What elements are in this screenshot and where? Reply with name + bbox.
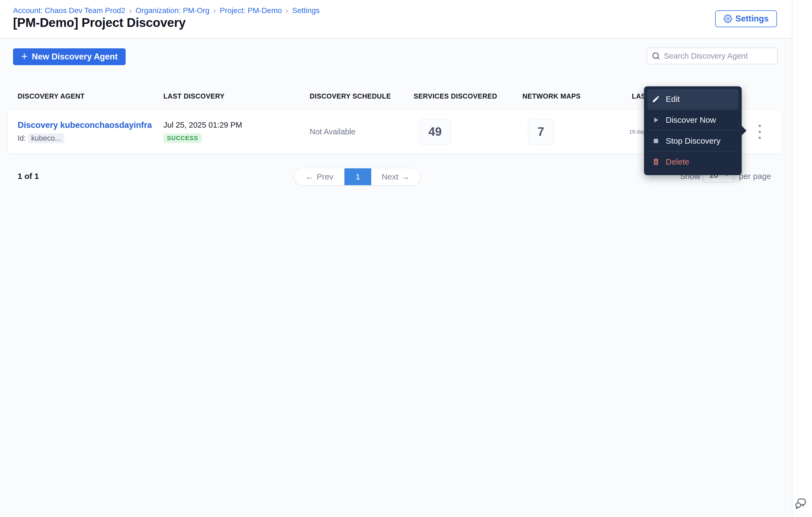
pagination-prev-label: Prev xyxy=(317,172,334,181)
arrow-left-icon: ← xyxy=(305,172,314,181)
menu-item-stop-discovery-label: Stop Discovery xyxy=(666,136,721,145)
breadcrumb-settings[interactable]: Settings xyxy=(292,6,320,15)
search-icon xyxy=(652,52,660,60)
agent-cell: Discovery kubeconchaosdayinfra Id: kubec… xyxy=(18,120,163,143)
pagination: ← Prev 1 Next → xyxy=(294,168,420,185)
last-discovery-date: Jul 25, 2025 01:29 PM xyxy=(163,120,242,130)
breadcrumb-separator-icon: › xyxy=(125,6,136,15)
breadcrumb-separator-icon: › xyxy=(282,6,292,15)
per-page-label: per page xyxy=(739,172,771,181)
new-discovery-agent-label: New Discovery Agent xyxy=(32,52,117,62)
agent-name-link[interactable]: Discovery kubeconchaosdayinfra xyxy=(18,120,152,130)
column-header-last-discovery: LAST DISCOVERY xyxy=(163,92,310,100)
pagination-summary: 1 of 1 xyxy=(18,172,39,181)
breadcrumb-account[interactable]: Account: Chaos Dev Team Prod2 xyxy=(13,6,125,15)
services-discovered-count: 49 xyxy=(419,119,451,145)
trash-icon xyxy=(651,158,660,166)
right-strip xyxy=(792,0,812,517)
network-maps-count: 7 xyxy=(528,119,554,145)
column-header-services-discovered: SERVICES DISCOVERED xyxy=(414,92,522,100)
menu-item-discover-now[interactable]: Discover Now xyxy=(647,110,738,130)
last-discovery-cell: Jul 25, 2025 01:29 PM SUCCESS xyxy=(163,120,310,143)
column-header-network-maps: NETWORK MAPS xyxy=(522,92,632,100)
search-input[interactable] xyxy=(664,52,772,60)
pagination-next-label: Next xyxy=(382,172,398,181)
menu-item-edit[interactable]: Edit xyxy=(647,89,738,109)
status-badge: SUCCESS xyxy=(163,133,202,143)
new-discovery-agent-button[interactable]: + New Discovery Agent xyxy=(13,48,126,65)
pencil-icon xyxy=(651,95,660,104)
pagination-page-1[interactable]: 1 xyxy=(344,168,371,185)
plus-icon: + xyxy=(21,51,27,62)
menu-item-stop-discovery[interactable]: Stop Discovery xyxy=(647,131,738,151)
menu-item-discover-now-label: Discover Now xyxy=(666,115,716,125)
column-header-discovery-schedule: DISCOVERY SCHEDULE xyxy=(310,92,414,100)
menu-divider xyxy=(648,130,738,131)
topbar: Account: Chaos Dev Team Prod2 › Organiza… xyxy=(0,0,792,39)
page-title: [PM-Demo] Project Discovery xyxy=(13,15,185,30)
breadcrumb-project[interactable]: Project: PM-Demo xyxy=(220,6,282,15)
menu-item-delete[interactable]: Delete xyxy=(647,152,738,172)
settings-button-label: Settings xyxy=(735,14,768,24)
breadcrumb-organization[interactable]: Organization: PM-Org xyxy=(136,6,209,15)
discovery-schedule-value: Not Available xyxy=(310,127,414,136)
gear-icon xyxy=(724,15,732,23)
search-box xyxy=(646,48,778,64)
content: + New Discovery Agent DISCOVERY AGENT LA… xyxy=(0,39,792,517)
menu-divider xyxy=(648,109,738,110)
breadcrumb-separator-icon: › xyxy=(209,6,220,15)
row-actions-kebab-icon[interactable] xyxy=(757,119,768,145)
agent-id: Id: kubeco... xyxy=(18,133,64,143)
context-menu: Edit Discover Now Stop Discovery xyxy=(644,86,742,175)
menu-divider xyxy=(648,151,738,152)
chat-bubbles-icon[interactable] xyxy=(794,496,808,511)
settings-button[interactable]: Settings xyxy=(715,10,777,27)
breadcrumb: Account: Chaos Dev Team Prod2 › Organiza… xyxy=(13,6,320,15)
agent-id-value[interactable]: kubeco... xyxy=(28,133,64,143)
agent-id-label: Id: xyxy=(18,134,26,142)
page: Account: Chaos Dev Team Prod2 › Organiza… xyxy=(0,0,812,517)
menu-item-edit-label: Edit xyxy=(666,94,680,104)
stop-icon xyxy=(651,137,660,145)
play-icon xyxy=(651,116,660,125)
menu-item-delete-label: Delete xyxy=(666,157,689,166)
pagination-prev-button[interactable]: ← Prev xyxy=(294,168,344,185)
column-header-discovery-agent: DISCOVERY AGENT xyxy=(18,92,163,100)
pagination-next-button[interactable]: Next → xyxy=(371,168,420,185)
arrow-right-icon: → xyxy=(402,172,410,181)
